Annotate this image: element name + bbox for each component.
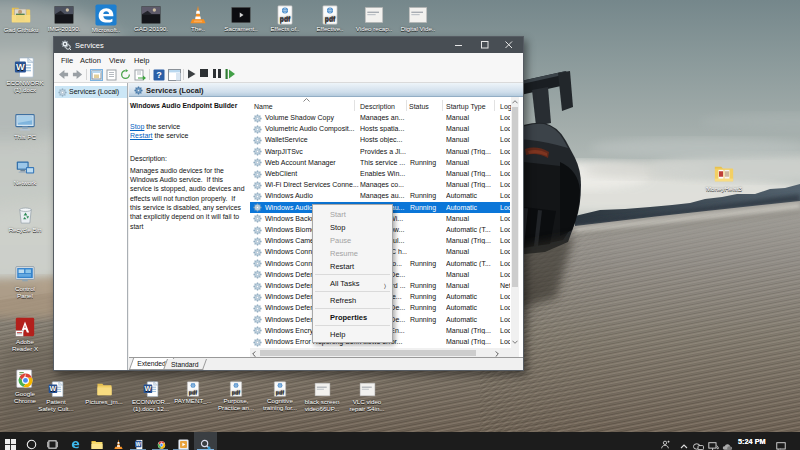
svg-text:pdf: pdf <box>325 15 336 23</box>
svg-text:pdf: pdf <box>276 389 285 395</box>
svg-text:pdf: pdf <box>280 15 291 23</box>
svg-text:W: W <box>144 385 151 393</box>
svg-text:W: W <box>49 385 56 393</box>
svg-text:W: W <box>136 440 141 446</box>
svg-text:pdf: pdf <box>189 389 198 395</box>
svg-text:pdf: pdf <box>232 389 241 395</box>
svg-text:W: W <box>16 62 25 72</box>
svg-text:?: ? <box>156 70 162 80</box>
